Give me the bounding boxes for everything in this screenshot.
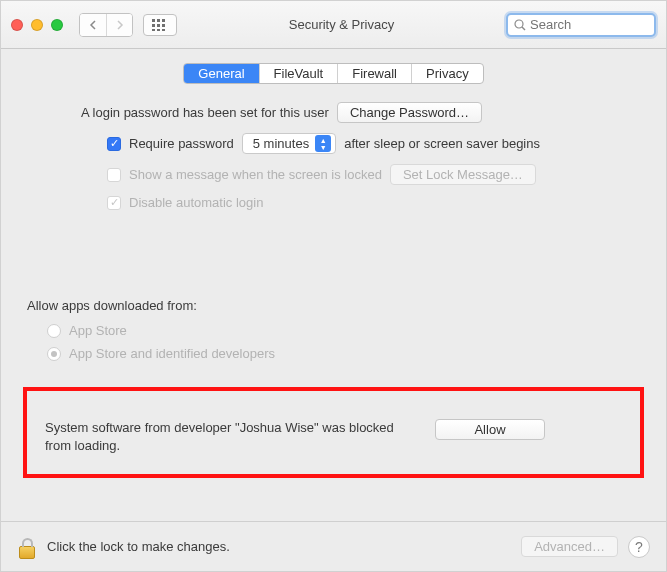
download-option-appstore: App Store bbox=[47, 323, 644, 338]
svg-line-10 bbox=[522, 27, 525, 30]
set-lock-message-button: Set Lock Message… bbox=[390, 164, 536, 185]
close-icon[interactable] bbox=[11, 19, 23, 31]
tab-privacy[interactable]: Privacy bbox=[411, 64, 483, 83]
radio-identified bbox=[47, 347, 61, 361]
show-message-checkbox[interactable] bbox=[107, 168, 121, 182]
show-all-button[interactable] bbox=[143, 14, 177, 36]
show-message-label: Show a message when the screen is locked bbox=[129, 167, 382, 182]
advanced-button: Advanced… bbox=[521, 536, 618, 557]
search-icon bbox=[514, 19, 526, 31]
disable-auto-login-label: Disable automatic login bbox=[129, 195, 263, 210]
require-password-checkbox[interactable] bbox=[107, 137, 121, 151]
login-password-row: A login password has been set for this u… bbox=[81, 102, 644, 123]
window-title: Security & Privacy bbox=[187, 17, 496, 32]
require-password-after-label: after sleep or screen saver begins bbox=[344, 136, 540, 151]
chevron-updown-icon: ▲▼ bbox=[315, 135, 331, 152]
disable-auto-login-checkbox[interactable] bbox=[107, 196, 121, 210]
tab-general[interactable]: General bbox=[184, 64, 258, 83]
radio-appstore-label: App Store bbox=[69, 323, 127, 338]
require-password-delay-select[interactable]: 5 minutes ▲▼ bbox=[242, 133, 336, 154]
svg-rect-1 bbox=[157, 19, 160, 22]
lock-icon[interactable] bbox=[17, 535, 37, 559]
svg-rect-6 bbox=[152, 29, 155, 31]
tab-firewall[interactable]: Firewall bbox=[337, 64, 411, 83]
tab-bar: General FileVault Firewall Privacy bbox=[183, 63, 483, 84]
require-password-row: Require password 5 minutes ▲▼ after slee… bbox=[107, 133, 644, 154]
minimize-icon[interactable] bbox=[31, 19, 43, 31]
blocked-software-box: System software from developer "Joshua W… bbox=[23, 387, 644, 478]
blocked-message: System software from developer "Joshua W… bbox=[45, 419, 415, 454]
show-message-row: Show a message when the screen is locked… bbox=[107, 164, 644, 185]
footer: Click the lock to make changes. Advanced… bbox=[1, 521, 666, 571]
allow-button[interactable]: Allow bbox=[435, 419, 545, 440]
downloads-section: Allow apps downloaded from: App Store Ap… bbox=[27, 298, 644, 361]
search-field[interactable] bbox=[506, 13, 656, 37]
nav-back-forward bbox=[79, 13, 133, 37]
content-area: General FileVault Firewall Privacy A log… bbox=[1, 49, 666, 521]
change-password-button[interactable]: Change Password… bbox=[337, 102, 482, 123]
lock-text: Click the lock to make changes. bbox=[47, 539, 511, 554]
svg-rect-7 bbox=[157, 29, 160, 31]
help-button[interactable]: ? bbox=[628, 536, 650, 558]
login-password-label: A login password has been set for this u… bbox=[81, 105, 329, 120]
security-privacy-window: Security & Privacy General FileVault Fir… bbox=[0, 0, 667, 572]
svg-point-9 bbox=[515, 20, 523, 28]
general-panel: A login password has been set for this u… bbox=[23, 102, 644, 478]
radio-appstore bbox=[47, 324, 61, 338]
radio-identified-label: App Store and identified developers bbox=[69, 346, 275, 361]
require-password-label: Require password bbox=[129, 136, 234, 151]
downloads-heading: Allow apps downloaded from: bbox=[27, 298, 644, 313]
tab-filevault[interactable]: FileVault bbox=[259, 64, 338, 83]
maximize-icon[interactable] bbox=[51, 19, 63, 31]
disable-auto-login-row: Disable automatic login bbox=[107, 195, 644, 210]
back-button[interactable] bbox=[80, 14, 106, 36]
titlebar: Security & Privacy bbox=[1, 1, 666, 49]
delay-value: 5 minutes bbox=[253, 136, 309, 151]
window-controls bbox=[11, 19, 63, 31]
search-input[interactable] bbox=[530, 17, 648, 32]
svg-rect-3 bbox=[152, 24, 155, 27]
svg-rect-5 bbox=[162, 24, 165, 27]
svg-rect-4 bbox=[157, 24, 160, 27]
svg-rect-8 bbox=[162, 29, 165, 31]
forward-button[interactable] bbox=[106, 14, 132, 36]
svg-rect-2 bbox=[162, 19, 165, 22]
svg-rect-0 bbox=[152, 19, 155, 22]
download-option-identified: App Store and identified developers bbox=[47, 346, 644, 361]
